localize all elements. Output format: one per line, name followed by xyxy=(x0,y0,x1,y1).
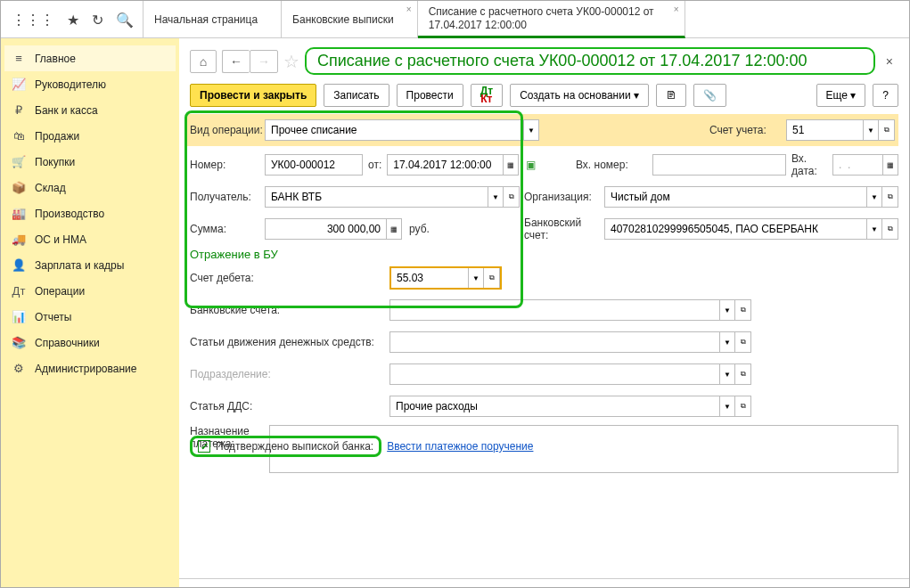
calendar-icon[interactable]: ▦ xyxy=(503,154,519,176)
attach-button[interactable]: 📎 xyxy=(693,84,726,107)
sidebar-item-reports[interactable]: 📊Отчеты xyxy=(4,304,176,330)
op-type-label: Вид операции: xyxy=(190,124,265,136)
cart-icon: 🛒 xyxy=(12,155,26,168)
bag-icon: 🛍 xyxy=(12,129,26,143)
truck-icon: 🚚 xyxy=(12,233,26,246)
sidebar-item-sales[interactable]: 🛍Продажи xyxy=(4,123,176,149)
open-icon[interactable]: ⧉ xyxy=(735,299,751,321)
cashflow-field[interactable]: ▼ ⧉ xyxy=(389,331,751,353)
sidebar-item-admin[interactable]: ⚙Администрирование xyxy=(4,355,176,381)
open-icon[interactable]: ⧉ xyxy=(735,363,751,385)
department-label: Подразделение: xyxy=(190,368,389,380)
calc-icon[interactable]: ▦ xyxy=(386,218,402,240)
sidebar-item-warehouse[interactable]: 📦Склад xyxy=(4,175,176,200)
chevron-down-icon[interactable]: ▼ xyxy=(719,299,735,321)
titlebar: ⌂ ← → ☆ Списание с расчетного счета УК00… xyxy=(190,47,898,75)
chevron-down-icon[interactable]: ▼ xyxy=(719,331,735,353)
dds-field[interactable]: ▼ ⧉ xyxy=(389,396,751,417)
cashflow-label: Статьи движения денежных средств: xyxy=(190,336,389,348)
chevron-down-icon[interactable]: ▼ xyxy=(719,363,735,385)
sidebar-item-main[interactable]: ≡Главное xyxy=(4,45,176,71)
toolbar: Провести и закрыть Записать Провести ДтК… xyxy=(190,84,898,107)
account-field[interactable]: ▼ ⧉ xyxy=(786,119,895,141)
op-type-field[interactable]: ▼ xyxy=(265,119,539,141)
help-button[interactable]: ? xyxy=(873,84,898,107)
chevron-down-icon[interactable]: ▼ xyxy=(488,186,504,208)
open-icon[interactable]: ⧉ xyxy=(882,218,898,240)
star-icon[interactable]: ★ xyxy=(67,12,79,29)
date-field[interactable]: ▦ xyxy=(387,154,519,176)
post-button[interactable]: Провести xyxy=(397,84,463,107)
tabs: Начальная страница Банковские выписки× С… xyxy=(143,1,685,37)
recipient-field[interactable]: ▼ ⧉ xyxy=(265,186,520,208)
open-icon[interactable]: ⧉ xyxy=(735,331,751,353)
sidebar-item-bank[interactable]: ₽Банк и касса xyxy=(4,97,176,123)
calendar-icon[interactable]: ▦ xyxy=(882,154,898,176)
favorite-button[interactable]: ☆ xyxy=(283,51,299,72)
form: Вид операции: ▼ Счет учета: ▼ ⧉ Номер: о… xyxy=(190,114,898,473)
back-button[interactable]: ← xyxy=(222,50,250,73)
post-and-close-button[interactable]: Провести и закрыть xyxy=(190,84,316,107)
open-icon[interactable]: ⧉ xyxy=(879,119,895,141)
open-icon[interactable]: ⧉ xyxy=(735,396,751,417)
sidebar-item-manager[interactable]: 📈Руководителю xyxy=(4,71,176,97)
chevron-down-icon[interactable]: ▼ xyxy=(863,119,879,141)
top-bar: ⋮⋮⋮ ★ ↻ 🔍 Начальная страница Банковские … xyxy=(1,1,909,38)
sum-field[interactable]: ▦ xyxy=(265,218,402,240)
open-icon[interactable]: ⧉ xyxy=(484,268,500,288)
search-icon[interactable]: 🔍 xyxy=(116,12,134,29)
sidebar-item-purchases[interactable]: 🛒Покупки xyxy=(4,149,176,175)
enter-order-link[interactable]: Ввести платежное поручение xyxy=(387,440,533,453)
forward-button[interactable]: → xyxy=(250,50,278,73)
apps-icon[interactable]: ⋮⋮⋮ xyxy=(12,12,54,29)
chevron-down-icon[interactable]: ▼ xyxy=(468,268,484,288)
chevron-down-icon[interactable]: ▼ xyxy=(866,218,882,240)
account-label: Счет учета: xyxy=(709,124,781,136)
top-icon-bar: ⋮⋮⋮ ★ ↻ 🔍 xyxy=(1,1,143,38)
chevron-down-icon[interactable]: ▼ xyxy=(866,186,882,208)
menu-icon: ≡ xyxy=(12,52,26,65)
box-icon: 📦 xyxy=(12,181,26,194)
inc-date-field[interactable]: ▦ xyxy=(832,154,898,176)
chevron-down-icon[interactable]: ▼ xyxy=(523,119,539,141)
dtkt-button[interactable]: ДтКт xyxy=(471,84,503,107)
tab-bank[interactable]: Банковские выписки× xyxy=(282,1,418,38)
confirmed-checkbox[interactable]: ✓ Подтверждено выпиской банка: xyxy=(190,436,381,457)
close-icon[interactable]: × xyxy=(406,4,412,15)
recipient-label: Получатель: xyxy=(190,191,265,203)
chart-icon: 📈 xyxy=(12,78,26,91)
open-icon[interactable]: ⧉ xyxy=(504,186,520,208)
department-field[interactable]: ▼ ⧉ xyxy=(389,363,751,385)
inc-number-field[interactable] xyxy=(652,154,786,176)
history-icon[interactable]: ↻ xyxy=(92,12,103,29)
bank-acc-field[interactable]: ▼ ⧉ xyxy=(604,218,898,240)
person-icon: 👤 xyxy=(12,258,26,272)
sidebar-item-production[interactable]: 🏭Производство xyxy=(4,200,176,226)
number-field[interactable] xyxy=(265,154,363,176)
open-icon[interactable]: ⧉ xyxy=(882,186,898,208)
currency-label: руб. xyxy=(409,223,430,235)
create-based-button[interactable]: Создать на основании ▾ xyxy=(510,84,649,107)
sidebar-item-catalogs[interactable]: 📚Справочники xyxy=(4,330,176,355)
sidebar-item-operations[interactable]: ДтОперации xyxy=(4,278,176,304)
sidebar-item-payroll[interactable]: 👤Зарплата и кадры xyxy=(4,252,176,278)
ruble-icon: ₽ xyxy=(12,103,26,117)
tab-start[interactable]: Начальная страница xyxy=(143,1,282,38)
number-label: Номер: xyxy=(190,159,265,171)
org-field[interactable]: ▼ ⧉ xyxy=(604,186,898,208)
chevron-down-icon[interactable]: ▼ xyxy=(719,396,735,417)
tab-document[interactable]: Списание с расчетного счета УК00-000012 … xyxy=(418,1,685,38)
print-button[interactable]: 🖹 xyxy=(656,84,686,107)
footer: ✓ Подтверждено выпиской банка: Ввести пл… xyxy=(190,436,533,457)
close-button[interactable]: × xyxy=(881,54,898,69)
sidebar-item-assets[interactable]: 🚚ОС и НМА xyxy=(4,226,176,252)
close-icon[interactable]: × xyxy=(674,4,679,15)
home-button[interactable]: ⌂ xyxy=(190,50,217,73)
check-icon: ✓ xyxy=(198,440,210,453)
debit-field[interactable]: ▼ ⧉ xyxy=(389,266,502,290)
dtk-icon: Дт xyxy=(12,284,26,298)
more-button[interactable]: Еще ▾ xyxy=(816,84,866,107)
save-button[interactable]: Записать xyxy=(324,84,389,107)
org-label: Организация: xyxy=(524,191,599,203)
bank-accounts-field[interactable]: ▼ ⧉ xyxy=(389,299,751,321)
